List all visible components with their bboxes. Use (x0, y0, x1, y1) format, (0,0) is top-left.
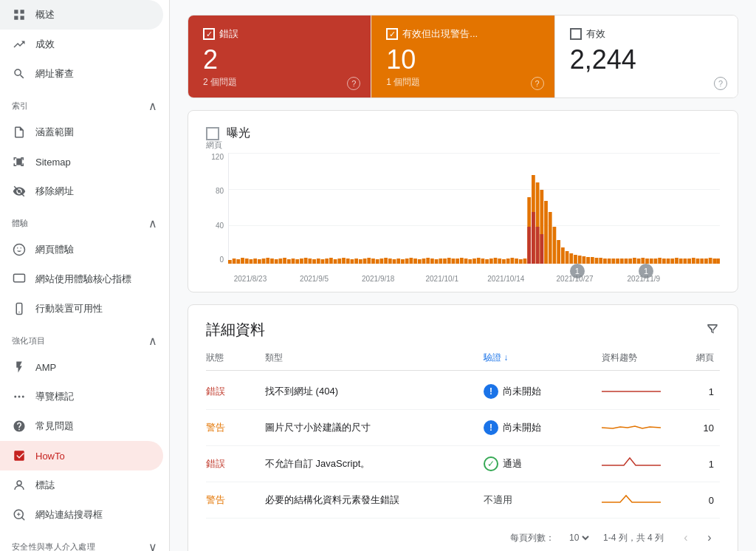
sidebar-item-overview[interactable]: 概述 (0, 0, 163, 30)
x-label-0: 2021/8/23 (234, 275, 267, 283)
row2-validate: ! 尚未開始 (484, 420, 602, 435)
row3-type[interactable]: 不允許自訂 JavaScript。 (265, 457, 484, 470)
filter-icon[interactable] (705, 321, 720, 339)
chart-y-ticks: 120 80 40 0 (206, 153, 227, 264)
section-enhance-header[interactable]: 強化項目 ∧ (0, 324, 169, 352)
svg-rect-130 (532, 212, 535, 264)
svg-rect-72 (481, 259, 485, 264)
svg-rect-4 (14, 274, 25, 282)
svg-rect-33 (317, 259, 320, 264)
sidebar-item-url-audit[interactable]: 網址審查 (0, 59, 163, 89)
sidebar-item-breadcrumbs[interactable]: 導覽標記 (0, 382, 163, 411)
x-label-6: 2021/11/9 (628, 275, 661, 283)
warning-checkbox[interactable] (386, 28, 398, 40)
validate-pending-icon2: ! (484, 420, 498, 435)
row3-validate-label: 通過 (503, 457, 522, 470)
chart-checkbox[interactable] (206, 127, 219, 140)
svg-rect-34 (321, 259, 325, 264)
row1-type[interactable]: 找不到網址 (404) (265, 385, 484, 398)
rows-per-page-select[interactable]: 10 25 50 (566, 532, 591, 544)
svg-rect-113 (654, 259, 658, 264)
summary-card-valid[interactable]: 有效 2,244 ? (555, 16, 738, 97)
sidebar-item-page-experience[interactable]: 網頁體驗 (0, 235, 163, 264)
row2-type[interactable]: 圖片尺寸小於建議的尺寸 (265, 421, 484, 434)
svg-rect-119 (679, 259, 683, 264)
svg-rect-50 (388, 259, 392, 264)
svg-rect-24 (279, 259, 283, 264)
svg-rect-96 (583, 256, 586, 264)
svg-point-7 (14, 396, 16, 398)
svg-rect-16 (245, 259, 249, 264)
error-help-icon[interactable]: ? (347, 77, 360, 90)
svg-rect-92 (566, 251, 569, 264)
main-content: 錯誤 2 2 個問題 ? 有效但出現警告... 10 1 個問題 ? (170, 0, 756, 551)
svg-rect-14 (236, 259, 240, 264)
section-security-header[interactable]: 安全性與專人介入處理 ∨ (0, 530, 169, 551)
sidebar-item-faq[interactable]: 常見問題 (0, 411, 163, 441)
table-row: 錯誤 找不到網址 (404) ! 尚未開始 1 (206, 374, 720, 410)
sidebar-item-mobile[interactable]: 行動裝置可用性 (0, 294, 163, 324)
svg-rect-103 (611, 259, 615, 264)
logo-icon (12, 478, 27, 493)
svg-rect-112 (650, 259, 653, 264)
row2-trend (602, 419, 676, 437)
valid-checkbox[interactable] (570, 28, 582, 40)
section-experience-label: 體驗 (12, 218, 29, 229)
chart-area: 網頁 120 80 40 0 // Generate b (206, 153, 720, 286)
row3-status: 錯誤 (206, 457, 265, 470)
row1-trend (602, 383, 676, 400)
chevron-up-icon: ∧ (148, 99, 157, 113)
detail-title: 詳細資料 (206, 320, 265, 340)
rows-per-page-label: 每頁列數： (510, 532, 554, 544)
svg-rect-87 (544, 201, 548, 264)
svg-rect-71 (477, 258, 481, 264)
svg-rect-26 (287, 259, 291, 264)
error-card-subtitle: 2 個問題 (203, 76, 356, 89)
vitals-icon (12, 272, 27, 287)
next-page-button[interactable]: › (699, 527, 720, 548)
pagination-range: 1-4 列，共 4 列 (603, 532, 664, 544)
svg-rect-74 (489, 259, 493, 264)
sidebar-item-sitelinks[interactable]: 網站連結搜尋框 (0, 500, 163, 530)
row4-status: 警告 (206, 493, 265, 507)
svg-rect-122 (692, 258, 695, 264)
sidebar-item-sitemap[interactable]: Sitemap (0, 147, 163, 177)
sidebar-item-core-vitals[interactable]: 網站使用體驗核心指標 (0, 264, 163, 294)
sidebar-item-logo[interactable]: 標誌 (0, 470, 163, 500)
row1-count: 1 (676, 386, 720, 397)
svg-rect-94 (574, 255, 577, 264)
svg-rect-38 (337, 259, 341, 264)
row4-type[interactable]: 必要的結構化資料元素發生錯誤 (265, 493, 484, 507)
sidebar-item-coverage[interactable]: 涵蓋範圍 (0, 117, 163, 147)
svg-rect-58 (422, 259, 426, 264)
svg-rect-110 (641, 258, 645, 264)
svg-rect-23 (275, 259, 278, 264)
svg-rect-121 (687, 259, 691, 264)
svg-rect-42 (354, 259, 358, 264)
sidebar-item-remove-url[interactable]: 移除網址 (0, 177, 163, 206)
col-validate[interactable]: 驗證 (484, 352, 602, 364)
svg-rect-76 (498, 259, 501, 264)
prev-page-button[interactable]: ‹ (676, 527, 696, 548)
summary-card-error[interactable]: 錯誤 2 2 個問題 ? (188, 16, 371, 97)
svg-rect-77 (502, 259, 506, 264)
sidebar-item-performance[interactable]: 成效 (0, 30, 163, 59)
svg-point-1 (14, 244, 25, 256)
error-card-count: 2 (203, 47, 356, 73)
section-experience-header[interactable]: 體驗 ∧ (0, 206, 169, 235)
svg-rect-102 (608, 259, 611, 264)
x-label-2: 2021/9/18 (362, 275, 395, 283)
row4-trend (602, 491, 676, 509)
valid-help-icon[interactable]: ? (714, 77, 727, 90)
section-index-header[interactable]: 索引 ∧ (0, 89, 169, 117)
svg-rect-97 (586, 257, 590, 264)
trend-line-svg (602, 383, 661, 400)
error-checkbox[interactable] (203, 28, 215, 40)
sidebar-item-howto[interactable]: HowTo (0, 441, 163, 470)
summary-card-warning[interactable]: 有效但出現警告... 10 1 個問題 ? (371, 16, 554, 97)
chart-y-label: 網頁 (206, 140, 222, 151)
sidebar-item-amp[interactable]: AMP (0, 352, 163, 382)
warning-help-icon[interactable]: ? (531, 77, 544, 90)
svg-rect-29 (300, 259, 303, 264)
svg-rect-18 (253, 259, 257, 264)
